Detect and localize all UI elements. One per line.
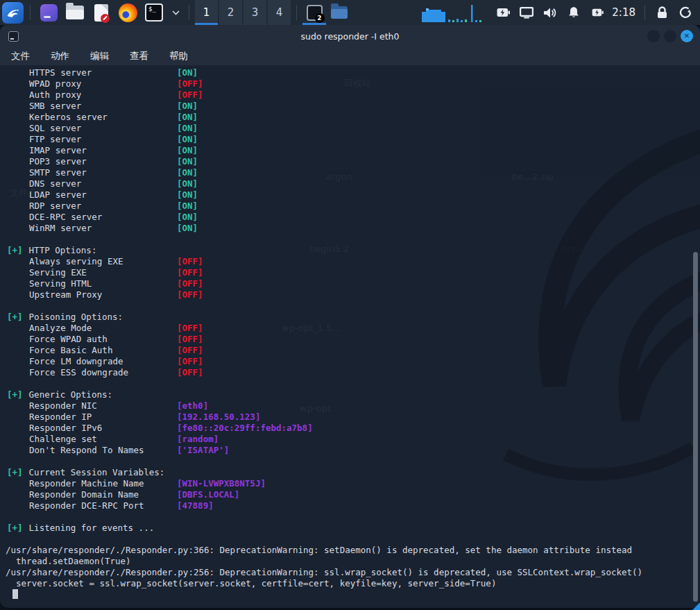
server-row: SMB server[ON] bbox=[0, 101, 700, 112]
logout-button[interactable] bbox=[674, 0, 697, 25]
ethernet-icon bbox=[520, 7, 533, 19]
desktop-corner-accent bbox=[692, 602, 700, 610]
kali-dragon-icon bbox=[6, 6, 20, 19]
cursor-line bbox=[0, 589, 700, 600]
app-window-icon bbox=[40, 4, 58, 22]
option-row: Challenge set[random] bbox=[0, 434, 700, 445]
workspace-4[interactable]: 4 bbox=[268, 0, 291, 25]
maximize-button[interactable] bbox=[664, 30, 676, 42]
launcher-dropdown[interactable] bbox=[170, 2, 181, 23]
option-row: Responder NIC[eth0] bbox=[0, 400, 700, 412]
option-row: Responder Domain Name[DBFS.LOCAL] bbox=[0, 489, 700, 500]
option-row: Responder IPv6[fe80::20c:29ff:febd:a7b8] bbox=[0, 423, 700, 434]
option-row: Force ESS downgrade[OFF] bbox=[0, 367, 700, 378]
panel-separator bbox=[30, 5, 31, 20]
server-row: WinRM server[ON] bbox=[0, 223, 700, 234]
section-header: [+]Current Session Variables: bbox=[0, 467, 700, 478]
server-row: WPAD proxy[OFF] bbox=[0, 78, 700, 90]
folder-icon bbox=[66, 6, 84, 19]
taskbar-files-window[interactable] bbox=[327, 0, 352, 25]
server-row: RDP server[ON] bbox=[0, 201, 700, 212]
battery-icon bbox=[497, 7, 510, 18]
server-row: Kerberos server[ON] bbox=[0, 112, 700, 123]
launcher-file-manager[interactable] bbox=[65, 2, 85, 23]
battery-icon bbox=[592, 8, 604, 17]
cpu-graph-widget[interactable] bbox=[420, 3, 484, 22]
network-tray[interactable] bbox=[515, 0, 538, 25]
launcher-app-window[interactable] bbox=[38, 2, 59, 23]
workspace-1[interactable]: 1 bbox=[195, 0, 218, 25]
volume-tray[interactable] bbox=[538, 0, 562, 25]
workspace-switcher: 1 2 3 4 bbox=[194, 0, 291, 25]
option-row: Responder DCE-RPC Port[47889] bbox=[0, 500, 700, 511]
battery-tray[interactable] bbox=[586, 0, 609, 25]
server-row: DCE-RPC server[ON] bbox=[0, 212, 700, 223]
section-header: [+]HTTP Options: bbox=[0, 245, 700, 256]
top-panel: $_ 1 2 3 4 2 bbox=[0, 0, 700, 25]
server-row: IMAP server[ON] bbox=[0, 145, 700, 156]
blue-folder-icon bbox=[331, 6, 348, 19]
option-row: Analyze Mode[OFF] bbox=[0, 323, 700, 334]
bell-icon bbox=[567, 6, 580, 19]
server-row: Auth proxy[OFF] bbox=[0, 90, 700, 101]
minimize-button[interactable] bbox=[647, 30, 660, 42]
server-row: HTTPS server[ON] bbox=[0, 67, 700, 78]
scrollbar-thumb[interactable] bbox=[693, 252, 698, 602]
lock-screen-button[interactable] bbox=[650, 0, 674, 25]
panel-separator bbox=[189, 5, 189, 20]
menu-actions[interactable]: 动作 bbox=[51, 50, 69, 62]
window-count-badge: 2 bbox=[315, 13, 325, 23]
window-title: sudo responder -I eth0 bbox=[0, 31, 700, 42]
chevron-down-icon bbox=[172, 10, 180, 15]
server-row: DNS server[ON] bbox=[0, 178, 700, 189]
close-button[interactable]: ✕ bbox=[681, 30, 693, 42]
notifications-tray[interactable] bbox=[562, 0, 586, 25]
terminal-output: HTTPS server[ON] WPAD proxy[OFF] Auth pr… bbox=[0, 66, 700, 600]
option-row: Responder IP[192.168.50.123] bbox=[0, 412, 700, 423]
server-row: FTP server[ON] bbox=[0, 134, 700, 145]
option-row: Serving HTML[OFF] bbox=[0, 278, 700, 289]
server-row: POP3 server[ON] bbox=[0, 156, 700, 167]
menu-view[interactable]: 查看 bbox=[130, 50, 148, 62]
terminal-cursor bbox=[12, 589, 18, 599]
option-row: Upstream Proxy[OFF] bbox=[0, 289, 700, 300]
speaker-icon bbox=[543, 7, 557, 19]
menubar: 文件 动作 编辑 查看 帮助 bbox=[0, 47, 700, 66]
option-row: Responder Machine Name[WIN-LVWPXB8NT5J] bbox=[0, 478, 700, 489]
server-row: SMTP server[ON] bbox=[0, 167, 700, 178]
launcher-terminal[interactable]: $_ bbox=[144, 2, 164, 23]
terminal-icon: $_ bbox=[145, 3, 163, 22]
menu-file[interactable]: 文件 bbox=[11, 50, 30, 62]
document-icon bbox=[94, 4, 108, 22]
server-row: LDAP server[ON] bbox=[0, 189, 700, 201]
section-header: [+]Generic Options: bbox=[0, 389, 700, 400]
kali-menu-button[interactable] bbox=[2, 2, 24, 24]
workspace-2[interactable]: 2 bbox=[219, 0, 242, 25]
panel-status-area: 2:18 bbox=[420, 0, 700, 25]
menu-help[interactable]: 帮助 bbox=[169, 50, 188, 62]
workspace-3[interactable]: 3 bbox=[244, 0, 266, 25]
option-row: Force WPAD auth[OFF] bbox=[0, 334, 700, 345]
option-row: Force LM downgrade[OFF] bbox=[0, 356, 700, 367]
option-row: Don't Respond To Names['ISATAP'] bbox=[0, 445, 700, 456]
option-row: Serving EXE[OFF] bbox=[0, 267, 700, 278]
option-row: Force Basic Auth[OFF] bbox=[0, 345, 700, 356]
menu-edit[interactable]: 编辑 bbox=[90, 50, 109, 62]
power-manager-tray[interactable] bbox=[491, 0, 515, 25]
taskbar-terminal-window[interactable]: 2 bbox=[302, 0, 327, 25]
terminal-window-icon: 2 bbox=[307, 5, 323, 21]
lock-icon bbox=[656, 6, 668, 19]
red-badge-icon bbox=[101, 14, 110, 23]
logout-icon bbox=[679, 6, 692, 19]
listening-line: [+]Listening for events ... bbox=[0, 523, 700, 534]
titlebar[interactable]: sudo responder -I eth0 ✕ bbox=[0, 25, 700, 47]
deprecation-warning-code: server.socket = ssl.wrap_socket(server.s… bbox=[0, 578, 700, 589]
terminal-viewport[interactable]: 回收站 文件系统 argon be...2.zip begin5.2 ripro… bbox=[0, 66, 700, 607]
clock[interactable]: 2:18 bbox=[612, 6, 635, 19]
deprecation-warning-code: thread.setDaemon(True) bbox=[0, 556, 700, 567]
qterminal-window: sudo responder -I eth0 ✕ 文件 动作 编辑 查看 帮助 … bbox=[0, 25, 700, 608]
launcher-text-editor[interactable] bbox=[91, 2, 112, 23]
panel-separator bbox=[296, 5, 297, 20]
server-row: SQL server[ON] bbox=[0, 123, 700, 134]
launcher-firefox[interactable] bbox=[117, 2, 138, 23]
